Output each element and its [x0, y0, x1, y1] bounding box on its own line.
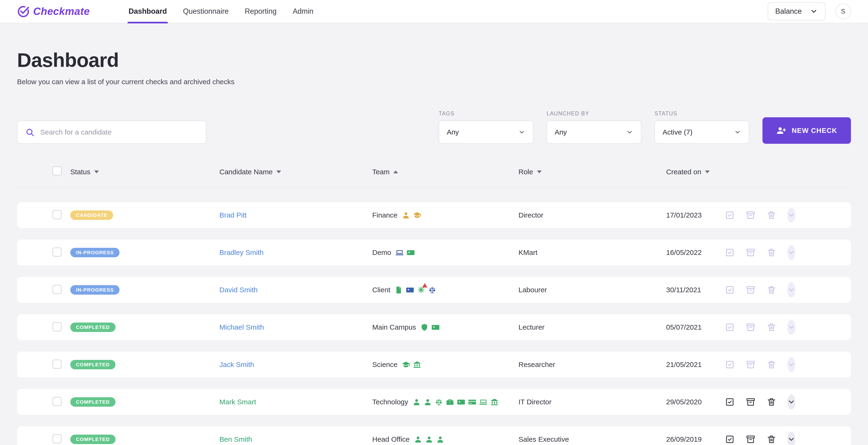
team-cell: Main Campus: [372, 323, 519, 332]
complete-button[interactable]: [725, 247, 735, 258]
archive-button[interactable]: [746, 434, 755, 444]
table-row: CANDIDATE Brad Pitt Finance Director 17/…: [17, 202, 851, 228]
balance-dropdown[interactable]: Balance: [768, 2, 826, 20]
candidate-name-link[interactable]: Mark Smart: [219, 398, 256, 406]
row-checkbox[interactable]: [53, 285, 62, 294]
archive-button[interactable]: [746, 360, 755, 370]
launched-by-value: Any: [555, 128, 567, 136]
user-avatar[interactable]: S: [835, 4, 851, 19]
expand-button[interactable]: [787, 282, 795, 298]
complete-button[interactable]: [725, 285, 735, 295]
expand-button[interactable]: [787, 208, 795, 223]
laptop-icon: [396, 248, 404, 257]
candidate-name-link[interactable]: Bradley Smith: [219, 248, 264, 256]
main-content: Dashboard Below you can view a list of y…: [0, 49, 868, 445]
archive-button[interactable]: [746, 397, 755, 407]
status-select[interactable]: Active (7): [655, 121, 749, 144]
bank-icon: [413, 361, 421, 369]
column-header-team[interactable]: Team: [372, 168, 519, 176]
status-badge: CANDIDATE: [70, 210, 113, 220]
team-icons: [402, 361, 421, 369]
archive-button[interactable]: [746, 322, 755, 332]
table-row: COMPLETED Michael Smith Main Campus Lect…: [17, 314, 851, 340]
delete-button[interactable]: [767, 247, 776, 258]
status-cell: COMPLETED: [70, 322, 219, 332]
candidate-name-link[interactable]: Jack Smith: [219, 361, 254, 368]
complete-button[interactable]: [725, 360, 735, 370]
complete-button[interactable]: [725, 397, 735, 407]
column-header-candidate-name[interactable]: Candidate Name: [219, 168, 372, 176]
main-nav: DashboardQuestionnaireReportingAdmin: [120, 0, 321, 23]
nav-item-dashboard[interactable]: Dashboard: [120, 0, 175, 23]
row-checkbox[interactable]: [53, 210, 62, 219]
person-icon: [414, 435, 422, 444]
delete-button[interactable]: [767, 210, 776, 220]
candidate-name-link[interactable]: Ben Smith: [219, 435, 252, 443]
bank-icon: [490, 398, 499, 406]
candidate-name-link[interactable]: Brad Pitt: [219, 211, 247, 219]
expand-button[interactable]: [787, 432, 795, 445]
delete-button[interactable]: [767, 285, 776, 295]
table-row: COMPLETED Ben Smith Head Office Sales Ex…: [17, 426, 851, 445]
candidate-name-link[interactable]: David Smith: [219, 286, 258, 294]
new-check-button[interactable]: NEW CHECK: [763, 117, 851, 144]
name-cell: Jack Smith: [219, 361, 372, 369]
column-header-status[interactable]: Status: [70, 168, 219, 176]
complete-button[interactable]: [725, 322, 735, 332]
chevron-down-icon: [626, 129, 633, 136]
credit-card-icon: [468, 398, 476, 406]
column-label: Role: [519, 168, 533, 176]
table-row: IN-PROGRESS Bradley Smith Demo KMart 16/…: [17, 240, 851, 266]
column-header-created-on[interactable]: Created on: [666, 168, 747, 176]
role-text: Director: [519, 211, 666, 219]
status-badge: COMPLETED: [70, 360, 116, 369]
delete-button[interactable]: [767, 434, 776, 444]
person-plus-icon: [776, 126, 786, 136]
candidate-name-link[interactable]: Michael Smith: [219, 323, 264, 331]
row-checkbox[interactable]: [53, 360, 62, 369]
row-checkbox[interactable]: [53, 247, 62, 256]
team-name: Finance: [372, 211, 398, 219]
launched-by-select[interactable]: Any: [547, 121, 641, 144]
row-actions: [747, 208, 851, 223]
column-label: Status: [70, 168, 90, 176]
topbar: Checkmate DashboardQuestionnaireReportin…: [0, 0, 868, 23]
archive-button[interactable]: [746, 247, 755, 258]
expand-button[interactable]: [787, 395, 795, 410]
team-icons: [396, 248, 415, 257]
row-checkbox[interactable]: [53, 322, 62, 331]
filter-bar: TAGS Any LAUNCHED BY Any STATUS Active (…: [17, 110, 851, 144]
nav-item-reporting[interactable]: Reporting: [237, 0, 284, 23]
tags-select[interactable]: Any: [439, 121, 533, 144]
filter-group-status: STATUS Active (7): [655, 110, 749, 144]
column-header-role[interactable]: Role: [519, 168, 666, 176]
team-name: Science: [372, 361, 398, 369]
delete-button[interactable]: [767, 322, 776, 332]
team-cell: Demo: [372, 248, 519, 257]
archive-button[interactable]: [746, 285, 755, 295]
delete-button[interactable]: [767, 360, 776, 370]
team-cell: Technology: [372, 398, 519, 406]
brand-logo[interactable]: Checkmate: [17, 5, 90, 18]
status-cell: IN-PROGRESS: [70, 248, 219, 257]
delete-button[interactable]: [767, 397, 776, 407]
select-all-checkbox[interactable]: [53, 167, 62, 175]
nav-item-questionnaire[interactable]: Questionnaire: [175, 0, 237, 23]
row-checkbox[interactable]: [53, 397, 62, 406]
expand-button[interactable]: [787, 245, 795, 260]
nav-item-admin[interactable]: Admin: [285, 0, 321, 23]
document-icon: [395, 286, 403, 294]
avatar-initial: S: [841, 8, 845, 15]
column-label: Created on: [666, 168, 701, 176]
archive-button[interactable]: [746, 210, 755, 220]
complete-button[interactable]: [725, 434, 735, 444]
brand-name: Checkmate: [33, 5, 90, 17]
sort-desc-icon: [537, 170, 542, 173]
search-input[interactable]: [40, 128, 198, 136]
row-actions: [747, 245, 851, 260]
row-checkbox[interactable]: [53, 434, 62, 443]
status-badge: COMPLETED: [70, 397, 116, 407]
complete-button[interactable]: [725, 210, 735, 220]
expand-button[interactable]: [787, 357, 795, 372]
expand-button[interactable]: [787, 320, 795, 335]
